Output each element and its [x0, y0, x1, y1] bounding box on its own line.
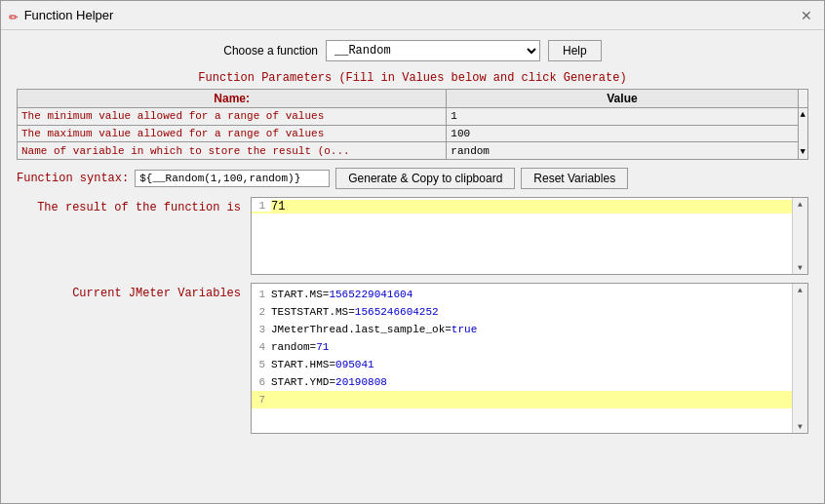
param-value-2[interactable]: random	[447, 142, 798, 160]
variables-section: Current JMeter Variables 1START.MS=15652…	[17, 283, 808, 434]
params-header: Function Parameters (Fill in Values belo…	[17, 71, 808, 85]
var-line-2: 3JMeterThread.last_sample_ok=true	[252, 321, 792, 338]
vars-scroll-up-arrow[interactable]: ▲	[798, 286, 803, 294]
var-eq-1: =	[348, 306, 355, 318]
result-value: 71	[271, 200, 285, 213]
vars-scroll-down-arrow[interactable]: ▼	[798, 422, 803, 431]
var-line-content-5: START.YMD=20190808	[271, 376, 387, 388]
var-val-5: 20190808	[335, 376, 387, 388]
scroll-down-arrow[interactable]: ▼	[798, 263, 803, 272]
var-key-1: TESTSTART.MS	[271, 306, 348, 318]
var-line-num-6: 7	[252, 394, 271, 406]
generate-button[interactable]: Generate & Copy to clipboard	[335, 168, 515, 189]
table-scrollbar[interactable]: ▲▼	[798, 108, 807, 160]
result-lines-area: 1 71	[252, 198, 792, 274]
variables-label: Current JMeter Variables	[17, 283, 241, 300]
name-column-header: Name:	[18, 90, 447, 108]
var-line-content-0: START.MS=1565229041604	[271, 289, 412, 300]
var-line-3: 4random=71	[252, 338, 792, 356]
syntax-label: Function syntax:	[17, 172, 129, 185]
title-bar-left: ✏️ Function Helper	[9, 6, 113, 25]
var-line-num-0: 1	[252, 289, 271, 300]
var-line-4: 5START.HMS=095041	[252, 356, 792, 373]
close-button[interactable]: ✕	[797, 6, 816, 25]
var-val-0: 1565229041604	[329, 289, 412, 300]
var-key-2: JMeterThread.last_sample_ok	[271, 324, 445, 335]
var-line-num-1: 2	[252, 306, 271, 318]
var-line-content-2: JMeterThread.last_sample_ok=true	[271, 324, 477, 335]
result-label: The result of the function is	[17, 197, 241, 214]
variables-scrollbar[interactable]: ▲ ▼	[792, 284, 807, 433]
choose-function-label: Choose a function	[223, 44, 318, 58]
param-name-1: The maximum value allowed for a range of…	[18, 125, 447, 142]
var-key-5: START.YMD	[271, 376, 329, 388]
param-name-2: Name of variable in which to store the r…	[18, 142, 447, 160]
var-line-5: 6START.YMD=20190808	[252, 373, 792, 391]
var-line-num-3: 4	[252, 341, 271, 353]
var-key-3: random	[271, 341, 310, 353]
var-key-0: START.MS	[271, 289, 323, 300]
main-content: Choose a function __Random__time__thread…	[1, 30, 824, 444]
value-column-header: Value	[447, 90, 798, 108]
result-scrollbar[interactable]: ▲ ▼	[792, 198, 807, 274]
scroll-up-arrow[interactable]: ▲	[798, 200, 803, 209]
var-line-0: 1START.MS=1565229041604	[252, 286, 792, 303]
var-eq-2: =	[445, 324, 452, 335]
param-value-0[interactable]: 1	[447, 108, 798, 126]
help-button[interactable]: Help	[548, 40, 602, 61]
result-line: 1 71	[252, 200, 792, 213]
var-val-4: 095041	[335, 359, 374, 370]
variables-box: 1START.MS=15652290416042TESTSTART.MS=156…	[251, 283, 808, 434]
var-line-content-4: START.HMS=095041	[271, 359, 374, 370]
result-section: The result of the function is 1 71 ▲ ▼	[17, 197, 808, 275]
title-bar: ✏️ Function Helper ✕	[1, 1, 824, 30]
result-line-number: 1	[252, 200, 271, 212]
function-select[interactable]: __Random__time__threadNum__counter__UUID	[326, 40, 540, 61]
param-value-1[interactable]: 100	[447, 125, 798, 142]
var-key-4: START.HMS	[271, 359, 329, 370]
variables-lines-area: 1START.MS=15652290416042TESTSTART.MS=156…	[252, 284, 792, 433]
app-icon: ✏️	[9, 6, 19, 25]
var-line-num-4: 5	[252, 359, 271, 370]
var-line-content-1: TESTSTART.MS=1565246604252	[271, 306, 439, 318]
scroll-column	[798, 90, 807, 108]
reset-button[interactable]: Reset Variables	[521, 168, 628, 189]
result-box: 1 71 ▲ ▼	[251, 197, 808, 275]
var-line-1: 2TESTSTART.MS=1565246604252	[252, 303, 792, 321]
var-line-num-5: 6	[252, 376, 271, 388]
var-line-num-2: 3	[252, 324, 271, 335]
var-line-content-3: random=71	[271, 341, 329, 353]
params-table: Name: Value The minimum value allowed fo…	[17, 89, 808, 160]
choose-function-row: Choose a function __Random__time__thread…	[17, 40, 808, 61]
window-title: Function Helper	[24, 8, 114, 22]
param-name-0: The minimum value allowed for a range of…	[18, 108, 447, 126]
var-line-6: 7	[252, 391, 792, 408]
var-val-1: 1565246604252	[355, 306, 439, 318]
syntax-row: Function syntax: Generate & Copy to clip…	[17, 168, 808, 189]
var-val-2: true	[452, 324, 477, 335]
syntax-input[interactable]	[135, 170, 330, 187]
var-val-3: 71	[316, 341, 329, 353]
